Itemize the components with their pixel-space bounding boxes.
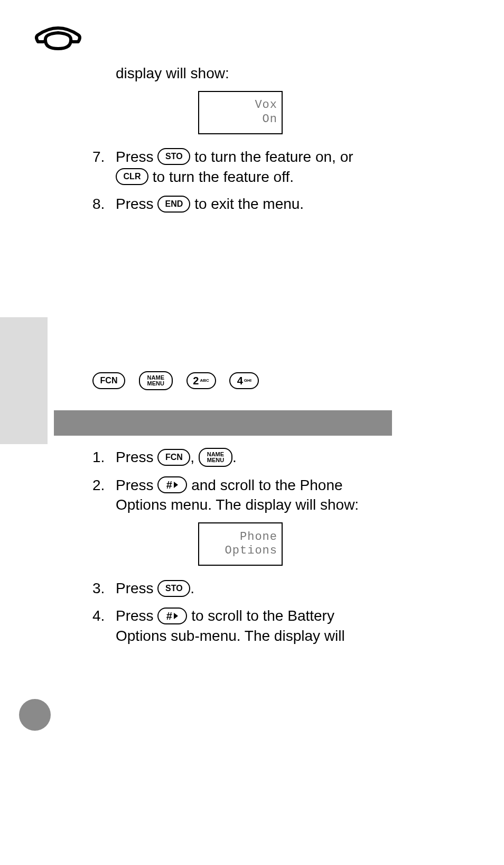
four-key-icon: 4GHI — [229, 372, 259, 389]
phone-handset-icon — [34, 24, 82, 55]
lcd-line: On — [263, 113, 277, 126]
two-key-icon: 2ABC — [186, 372, 216, 389]
hash-forward-key-icon: # — [157, 476, 187, 493]
key-hash: # — [166, 611, 172, 621]
shortcut-key-row: FCN NAME MENU 2ABC 4GHI — [92, 371, 388, 391]
text: to turn the feature on, or — [194, 149, 353, 165]
text: Press — [116, 149, 157, 165]
text: Press — [116, 477, 157, 493]
side-tab — [0, 317, 48, 444]
text: Press — [116, 608, 157, 624]
key-top: NAME — [207, 452, 224, 457]
clr-key-icon: CLR — [116, 168, 148, 185]
intro-text: display will show: — [116, 63, 388, 84]
upper-instructions: display will show: Vox On 7. Press STO t… — [92, 63, 388, 391]
key-digit: 2 — [193, 375, 199, 386]
text: Press — [116, 196, 157, 212]
lcd-line: Vox — [255, 98, 277, 112]
text: , — [190, 449, 199, 465]
step-2: 2. Press # and scroll to the Phone Optio… — [92, 475, 388, 516]
name-menu-key-icon: NAME MENU — [139, 371, 173, 390]
end-key-icon: END — [157, 196, 190, 213]
key-bottom: MENU — [147, 381, 164, 387]
fcn-key-icon: FCN — [92, 372, 125, 389]
step-3: 3. Press STO. — [92, 578, 388, 599]
step-4: 4. Press # to scroll to the Battery Opti… — [92, 606, 388, 646]
text: . — [232, 449, 237, 465]
sto-key-icon: STO — [157, 580, 190, 597]
name-menu-key-icon: NAME MENU — [199, 448, 232, 467]
page-number-dot — [19, 699, 51, 731]
text: . — [190, 580, 194, 596]
text: Press — [116, 449, 157, 465]
key-bottom: MENU — [207, 457, 224, 463]
triangle-right-icon — [173, 481, 179, 489]
lcd-display-phone-options: Phone Options — [198, 522, 283, 566]
key-letters: ABC — [200, 379, 209, 382]
step-number: 7. — [92, 147, 116, 187]
step-number: 2. — [92, 475, 116, 516]
lcd-line: Phone — [240, 530, 277, 544]
step-number: 4. — [92, 606, 116, 646]
key-letters: GHI — [244, 379, 251, 382]
step-7: 7. Press STO to turn the feature on, or … — [92, 147, 388, 187]
lower-instructions: 1. Press FCN, NAME MENU . 2. Press # and… — [92, 447, 388, 654]
text: to exit the menu. — [194, 196, 304, 212]
text: Press — [116, 580, 157, 596]
step-number: 3. — [92, 578, 116, 599]
step-number: 1. — [92, 447, 116, 468]
section-header-bar — [54, 410, 392, 436]
hash-forward-key-icon: # — [157, 608, 187, 624]
step-1: 1. Press FCN, NAME MENU . — [92, 447, 388, 468]
text: to turn the feature off. — [153, 169, 294, 185]
triangle-right-icon — [173, 612, 179, 620]
key-hash: # — [166, 480, 172, 490]
lcd-line: Options — [225, 544, 277, 558]
step-number: 8. — [92, 194, 116, 214]
key-digit: 4 — [237, 375, 243, 386]
sto-key-icon: STO — [157, 148, 190, 165]
lcd-display-vox: Vox On — [198, 91, 283, 134]
fcn-key-icon: FCN — [157, 449, 190, 466]
step-8: 8. Press END to exit the menu. — [92, 194, 388, 214]
